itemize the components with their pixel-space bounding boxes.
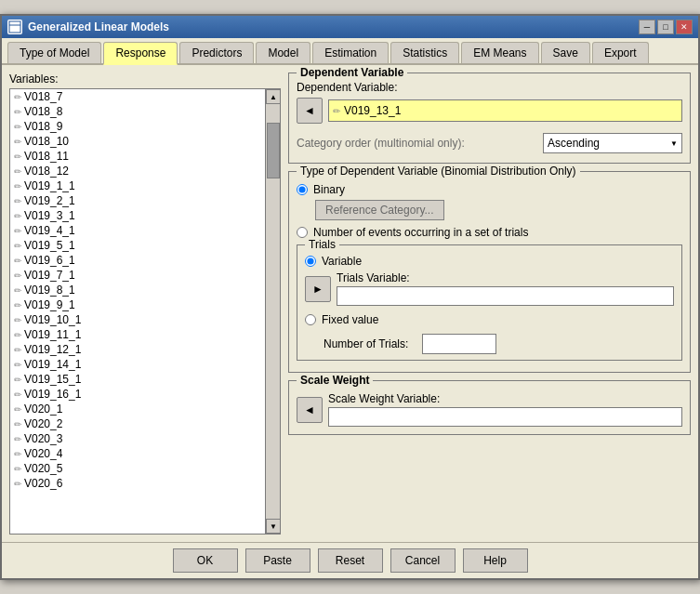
- bottom-bar: OK Paste Reset Cancel Help: [2, 542, 698, 578]
- list-item[interactable]: ✏V020_4: [10, 446, 265, 461]
- events-radio-row: Number of events occurring in a set of t…: [297, 226, 682, 239]
- number-of-trials-label: Number of Trials:: [305, 337, 416, 350]
- type-of-dependent-section: Type of Dependent Variable (Binomial Dis…: [288, 171, 691, 373]
- list-item[interactable]: ✏V019_6_1: [10, 253, 265, 268]
- ref-category-button[interactable]: Reference Category...: [315, 200, 444, 220]
- pencil-icon: ✏: [14, 226, 21, 236]
- cancel-button[interactable]: Cancel: [390, 548, 456, 573]
- pencil-icon: ✏: [14, 122, 21, 132]
- trials-variable-label: Trials Variable:: [337, 271, 429, 284]
- window-icon: [7, 20, 22, 34]
- svg-rect-0: [9, 21, 20, 33]
- list-item[interactable]: ✏V019_3_1: [10, 208, 265, 223]
- maximize-button[interactable]: □: [657, 20, 674, 34]
- list-item[interactable]: ✏V019_8_1: [10, 283, 265, 297]
- list-item[interactable]: ✏V019_14_1: [10, 357, 265, 372]
- variable-radio[interactable]: [305, 256, 316, 267]
- close-button[interactable]: ✕: [676, 20, 693, 34]
- dependent-variable-section: Dependent Variable Dependent Variable: ◄…: [288, 73, 691, 164]
- pencil-icon: ✏: [14, 315, 21, 325]
- list-item[interactable]: ✏V020_5: [10, 461, 265, 476]
- number-of-trials-input[interactable]: [422, 334, 496, 354]
- events-label: Number of events occurring in a set of t…: [313, 226, 528, 239]
- dep-var-value: V019_13_1: [344, 104, 401, 117]
- tab-predictors[interactable]: Predictors: [179, 42, 254, 63]
- binary-radio[interactable]: [297, 184, 308, 195]
- list-item[interactable]: ✏V018_12: [10, 164, 265, 178]
- scale-weight-section: Scale Weight ◄ Scale Weight Variable:: [288, 380, 691, 435]
- pencil-icon: ✏: [14, 256, 21, 266]
- tab-save[interactable]: Save: [541, 42, 590, 63]
- reset-button[interactable]: Reset: [318, 548, 383, 573]
- pencil-icon: ✏: [14, 92, 21, 102]
- trials-variable-row: Variable: [305, 255, 674, 268]
- list-item[interactable]: ✏V020_6: [10, 476, 265, 491]
- tab-type-of-model[interactable]: Type of Model: [7, 42, 101, 63]
- scroll-thumb[interactable]: [267, 123, 280, 178]
- list-item[interactable]: ✏V020_3: [10, 431, 265, 446]
- dep-var-arrow-btn[interactable]: ◄: [297, 98, 323, 124]
- list-item[interactable]: ✏V020_1: [10, 402, 265, 416]
- list-item[interactable]: ✏V019_4_1: [10, 223, 265, 238]
- pencil-icon: ✏: [14, 196, 21, 206]
- scroll-up-btn[interactable]: ▲: [266, 89, 281, 104]
- list-item[interactable]: ✏V019_7_1: [10, 268, 265, 283]
- list-item[interactable]: ✏V019_16_1: [10, 387, 265, 402]
- trials-var-arrow-btn[interactable]: ►: [305, 276, 331, 302]
- tab-export[interactable]: Export: [592, 42, 649, 63]
- pencil-icon: ✏: [14, 211, 21, 221]
- tab-statistics[interactable]: Statistics: [390, 42, 459, 63]
- list-item[interactable]: ✏V019_12_1: [10, 342, 265, 357]
- trials-variable-input[interactable]: [337, 286, 674, 306]
- pencil-icon: ✏: [14, 152, 21, 162]
- type-of-dependent-title: Type of Dependent Variable (Binomial Dis…: [297, 165, 580, 178]
- category-order-dropdown[interactable]: Ascending ▼: [543, 133, 682, 153]
- list-item[interactable]: ✏V019_2_1: [10, 193, 265, 208]
- list-item[interactable]: ✏V020_2: [10, 416, 265, 431]
- list-item[interactable]: ✏V018_10: [10, 134, 265, 149]
- scale-weight-arrow-btn[interactable]: ◄: [297, 397, 323, 423]
- list-item[interactable]: ✏V019_15_1: [10, 372, 265, 387]
- list-item[interactable]: ✏V019_1_1: [10, 178, 265, 193]
- title-controls: ─ □ ✕: [639, 20, 693, 34]
- variables-list-container: ✏V018_7✏V018_8✏V018_9✏V018_10✏V018_11✏V0…: [9, 88, 281, 535]
- scale-weight-label: Scale Weight Variable:: [328, 392, 682, 405]
- variable-label: Variable: [322, 255, 362, 268]
- list-item[interactable]: ✏V019_5_1: [10, 238, 265, 253]
- pencil-icon: ✏: [14, 375, 21, 385]
- trials-arrow-icon: ►: [312, 283, 324, 296]
- tab-model[interactable]: Model: [256, 42, 310, 63]
- variables-list[interactable]: ✏V018_7✏V018_8✏V018_9✏V018_10✏V018_11✏V0…: [10, 89, 265, 534]
- list-item[interactable]: ✏V019_10_1: [10, 312, 265, 327]
- list-item[interactable]: ✏V018_8: [10, 104, 265, 119]
- list-item[interactable]: ✏V018_9: [10, 119, 265, 134]
- dep-var-input[interactable]: ✏ V019_13_1: [328, 99, 682, 122]
- minimize-button[interactable]: ─: [639, 20, 655, 34]
- tab-estimation[interactable]: Estimation: [312, 42, 389, 63]
- list-item[interactable]: ✏V019_11_1: [10, 327, 265, 342]
- tab-response[interactable]: Response: [103, 42, 178, 65]
- window-title: Generalized Linear Models: [28, 20, 169, 33]
- pencil-icon: ✏: [14, 181, 21, 191]
- pencil-icon: ✏: [14, 464, 21, 474]
- list-item[interactable]: ✏V019_9_1: [10, 297, 265, 312]
- pencil-icon: ✏: [14, 449, 21, 459]
- paste-button[interactable]: Paste: [245, 548, 310, 573]
- scale-weight-row: ◄ Scale Weight Variable:: [297, 392, 682, 427]
- events-radio[interactable]: [297, 227, 308, 238]
- list-item[interactable]: ✏V018_11: [10, 149, 265, 164]
- scale-weight-input[interactable]: [328, 407, 682, 427]
- dep-var-label: Dependent Variable:: [297, 81, 682, 94]
- tab-em-means[interactable]: EM Means: [461, 42, 538, 63]
- scroll-down-btn[interactable]: ▼: [266, 519, 281, 534]
- variables-scrollbar[interactable]: ▲ ▼: [265, 89, 280, 534]
- help-button[interactable]: Help: [463, 548, 528, 573]
- trials-content: Variable ► Trials Variable:: [305, 255, 674, 354]
- ok-button[interactable]: OK: [173, 548, 238, 573]
- trials-var-input-row: ► Trials Variable:: [305, 271, 674, 306]
- fixed-value-radio[interactable]: [305, 314, 316, 325]
- list-item[interactable]: ✏V018_7: [10, 89, 265, 104]
- right-panel: Dependent Variable Dependent Variable: ◄…: [288, 73, 691, 535]
- pencil-icon: ✏: [14, 389, 21, 400]
- category-order-row: Category order (multinomial only): Ascen…: [297, 131, 682, 155]
